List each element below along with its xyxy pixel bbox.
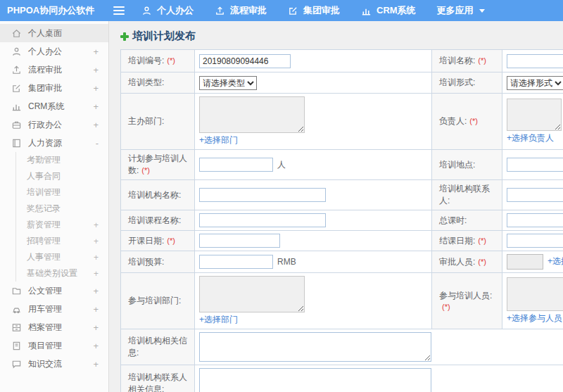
sidebar-item-crm[interactable]: CRM系统 +	[0, 97, 108, 115]
field-label: 培训机构名称:	[121, 180, 195, 210]
location-input[interactable]	[507, 158, 563, 172]
sidebar-subitem-label: 人事合同	[27, 170, 61, 182]
folder-icon	[11, 286, 22, 296]
host-dept-textarea[interactable]	[199, 96, 305, 133]
training-plan-form: 培训编号:(*) 培训名称:(*) 培训类型: 请选择类型 培训形式: 请选择形…	[120, 49, 563, 392]
field-label: 培训预算:	[121, 251, 195, 273]
expand-icon[interactable]: +	[93, 286, 99, 296]
required-mark: (*)	[141, 166, 150, 175]
sidebar-subitem-label: 奖惩记录	[27, 203, 61, 215]
expand-icon[interactable]: +	[94, 220, 99, 230]
briefcase-icon	[11, 120, 22, 130]
archive-icon	[11, 322, 22, 333]
sidebar-subitem-training[interactable]: 培训管理	[16, 184, 108, 201]
expand-icon[interactable]: +	[93, 341, 99, 351]
top-menu-personal-office[interactable]: 个人办公	[141, 4, 194, 17]
top-menu-group-approval[interactable]: 集团审批	[288, 4, 340, 17]
form-row-course-name: 培训课程名称: 总课时:	[121, 210, 563, 231]
total-hours-input[interactable]	[507, 213, 563, 227]
top-menu-workflow-approval[interactable]: 流程审批	[215, 4, 267, 17]
training-form-select[interactable]: 请选择形式	[507, 76, 563, 90]
approvers-box[interactable]	[507, 254, 543, 270]
form-row-planned-count: 计划参与培训人数:(*) 人 培训地点:	[121, 150, 563, 180]
end-date-input[interactable]	[507, 234, 563, 248]
select-leader-link[interactable]: +选择负责人	[507, 133, 554, 143]
sidebar-item-label: 行政办公	[28, 119, 62, 131]
sidebar-item-hr[interactable]: 人力资源 -	[0, 134, 108, 152]
sidebar-subitem-rewards[interactable]: 奖惩记录	[16, 201, 108, 217]
participants-textarea[interactable]	[507, 277, 563, 311]
planned-count-input[interactable]	[199, 158, 273, 172]
notebook-icon	[11, 341, 22, 351]
sidebar-subitem-attendance[interactable]: 考勤管理	[16, 152, 108, 168]
sidebar-subitem-salary[interactable]: 薪资管理 +	[16, 217, 108, 233]
sidebar-subitem-personnel[interactable]: 人事管理 +	[16, 249, 108, 265]
sidebar-subitem-label: 薪资管理	[27, 219, 61, 231]
field-label: 结课日期:(*)	[432, 231, 502, 251]
sidebar-item-personal-desktop[interactable]: 个人桌面	[0, 24, 108, 42]
start-date-input[interactable]	[199, 234, 280, 248]
home-icon	[11, 28, 22, 39]
sidebar-item-knowledge[interactable]: 知识交流 +	[0, 355, 108, 373]
expand-icon[interactable]: +	[93, 322, 99, 333]
sidebar-item-workflow-approval[interactable]: 流程审批 +	[0, 61, 108, 79]
expand-icon[interactable]: +	[93, 120, 99, 130]
sidebar-item-label: 项目管理	[28, 340, 62, 352]
sidebar-item-documents[interactable]: 公文管理 +	[0, 282, 108, 300]
upload-icon	[215, 6, 225, 16]
expand-icon[interactable]: +	[93, 359, 99, 369]
budget-input[interactable]	[199, 255, 273, 269]
sidebar-item-archives[interactable]: 档案管理 +	[0, 318, 108, 336]
org-name-input[interactable]	[199, 188, 326, 202]
sidebar-item-group-approval[interactable]: 集团审批 +	[0, 79, 108, 97]
select-dept-link[interactable]: +选择部门	[199, 315, 238, 324]
org-info-textarea[interactable]	[199, 332, 431, 362]
sidebar-item-label: 个人桌面	[28, 27, 62, 39]
org-contact-info-textarea[interactable]	[199, 368, 431, 392]
course-name-input[interactable]	[199, 213, 326, 227]
expand-icon[interactable]: +	[94, 253, 99, 263]
caret-down-icon	[479, 9, 485, 13]
select-participants-link[interactable]: +选择参与人员	[507, 313, 562, 323]
sidebar-subitem-hr-contract[interactable]: 人事合同	[16, 168, 108, 184]
sidebar-item-personal-office[interactable]: 个人办公 +	[0, 42, 108, 61]
org-contact-input[interactable]	[507, 188, 563, 202]
required-mark: (*)	[478, 236, 486, 245]
app-logo[interactable]: PHPOA协同办公软件	[0, 4, 109, 17]
top-navbar: PHPOA协同办公软件 个人办公 流程审批 集团审批 CRM系统	[0, 0, 563, 21]
expand-icon[interactable]: +	[93, 83, 99, 94]
select-dept-link[interactable]: +选择部门	[199, 135, 238, 145]
expand-icon[interactable]: +	[93, 65, 99, 75]
expand-icon[interactable]: +	[94, 269, 99, 279]
expand-icon[interactable]: +	[93, 46, 99, 57]
field-label: 审批人员:(*)	[432, 251, 502, 273]
sidebar-item-vehicles[interactable]: 用车管理 +	[0, 300, 108, 318]
expand-icon[interactable]: +	[94, 236, 99, 246]
training-no-input[interactable]	[199, 54, 291, 68]
sidebar-item-projects[interactable]: 项目管理 +	[0, 336, 108, 355]
participating-depts-textarea[interactable]	[199, 276, 305, 312]
expand-icon[interactable]: +	[93, 304, 99, 315]
collapse-icon[interactable]: -	[96, 138, 99, 148]
hamburger-menu-icon[interactable]	[113, 4, 125, 17]
sidebar-subitem-recruitment[interactable]: 招聘管理 +	[16, 233, 108, 249]
select-approvers-link[interactable]: +选择审批人员	[548, 256, 563, 266]
edit-icon	[11, 83, 22, 94]
top-menu-more-apps[interactable]: 更多应用	[437, 4, 485, 17]
leader-textarea[interactable]	[507, 99, 562, 131]
top-menu-crm[interactable]: CRM系统	[361, 4, 416, 17]
top-menu: 个人办公 流程审批 集团审批 CRM系统 更多应用	[141, 4, 506, 17]
sidebar-item-admin-office[interactable]: 行政办公 +	[0, 115, 108, 134]
field-label: 参与培训部门:	[121, 273, 195, 329]
sidebar-subitem-base-categories[interactable]: 基础类别设置 +	[16, 265, 108, 282]
form-row-org-info: 培训机构相关信息:	[121, 329, 563, 365]
field-label: 负责人:(*)	[432, 94, 502, 150]
sidebar-item-label: 人力资源	[28, 137, 62, 149]
form-row-start-date: 开课日期:(*) 结课日期:(*)	[121, 231, 563, 251]
form-row-org-name: 培训机构名称: 培训机构联系人:	[121, 180, 563, 210]
training-name-input[interactable]	[507, 54, 563, 68]
training-type-select[interactable]: 请选择类型	[199, 76, 257, 90]
expand-icon[interactable]: +	[93, 101, 99, 112]
currency-suffix: RMB	[277, 257, 296, 267]
sidebar-item-label: 公文管理	[28, 285, 62, 297]
